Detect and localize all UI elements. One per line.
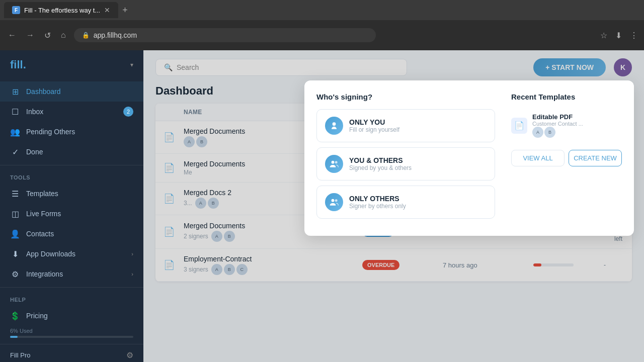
only-you-option[interactable]: ONLY YOU Fill or sign yourself (316, 109, 495, 142)
sidebar-label-integrations: Integrations (26, 270, 63, 278)
recent-templates-title: Recent Templates (511, 93, 622, 101)
browser-tab[interactable]: F Fill - The effortless way t... ✕ (4, 2, 118, 18)
only-you-sub: Fill or sign yourself (349, 126, 399, 133)
live-forms-icon: ◫ (10, 209, 20, 219)
help-section-label: HELP (0, 291, 143, 306)
whos-signing-title: Who's signing? (316, 93, 495, 101)
sidebar: fill. ▾ ⊞ Dashboard ☐ Inbox 2 👥 Pending … (0, 50, 143, 362)
sidebar-label-live-forms: Live Forms (26, 210, 61, 218)
create-new-button[interactable]: CREATE NEW (569, 150, 622, 166)
integrations-chevron-icon: › (131, 271, 133, 277)
only-others-title: ONLY OTHERS (349, 195, 406, 203)
template-actions: VIEW ALL CREATE NEW (511, 150, 622, 166)
sidebar-item-contacts[interactable]: 👤 Contacts (0, 224, 143, 244)
new-tab-button[interactable]: + (122, 5, 128, 16)
svg-point-0 (333, 122, 336, 126)
storage-fill (10, 336, 18, 338)
view-all-button[interactable]: VIEW ALL (511, 150, 565, 166)
storage-text: 6% Used (10, 328, 133, 334)
tab-title: Fill - The effortless way t... (24, 7, 100, 14)
you-and-others-option[interactable]: YOU & OTHERS Signed by you & others (316, 147, 495, 180)
sidebar-item-dashboard[interactable]: ⊞ Dashboard (0, 81, 143, 102)
sidebar-label-dashboard: Dashboard (26, 87, 61, 96)
sidebar-item-app-downloads[interactable]: ⬇ App Downloads › (0, 244, 143, 264)
template-name: Editable PDF (532, 113, 583, 121)
refresh-button[interactable]: ↺ (42, 29, 53, 42)
main-content: 🔍 Search + START NOW K Dashboard Name St… (143, 50, 644, 362)
svg-point-2 (335, 161, 338, 163)
sidebar-label-pricing: Pricing (26, 312, 48, 320)
download-icon[interactable]: ⬇ (615, 31, 622, 40)
sidebar-item-integrations[interactable]: ⚙ Integrations › (0, 264, 143, 284)
you-and-others-title: YOU & OTHERS (349, 156, 412, 164)
svg-point-1 (332, 161, 335, 164)
only-you-icon (325, 117, 343, 135)
storage-bar (10, 336, 133, 338)
forward-button[interactable]: → (24, 29, 36, 42)
app-downloads-icon: ⬇ (10, 249, 20, 259)
sidebar-item-pricing[interactable]: 💲 Pricing (0, 306, 143, 326)
you-and-others-sub: Signed by you & others (349, 164, 412, 171)
you-and-others-text: YOU & OTHERS Signed by you & others (349, 156, 412, 171)
only-you-text: ONLY YOU Fill or sign yourself (349, 118, 399, 133)
only-others-icon (325, 193, 343, 211)
menu-icon[interactable]: ⋮ (630, 31, 638, 40)
home-button[interactable]: ⌂ (59, 29, 68, 42)
done-icon: ✓ (10, 147, 20, 157)
sidebar-bottom: Fill Pro ⚙ (0, 344, 143, 362)
templates-icon: ☰ (10, 189, 20, 199)
storage-indicator: 6% Used (0, 328, 143, 344)
sidebar-label-templates: Templates (26, 190, 58, 198)
signing-options-section: Who's signing? ONLY YOU Fill or sign you… (316, 93, 495, 224)
you-and-others-icon (325, 155, 343, 173)
only-others-option[interactable]: ONLY OTHERS Signer by others only (316, 186, 495, 219)
dashboard-icon: ⊞ (10, 86, 20, 97)
lock-icon: 🔒 (82, 32, 90, 39)
svg-point-4 (335, 199, 338, 202)
tab-favicon: F (12, 6, 20, 14)
bookmark-icon[interactable]: ☆ (600, 31, 607, 40)
template-info: Editable PDF Customer Contact ... A B (532, 113, 583, 138)
template-sub: Customer Contact ... (532, 121, 583, 127)
app-logo: fill. (10, 58, 26, 71)
back-button[interactable]: ← (6, 29, 18, 42)
sidebar-label-pending-others: Pending Others (26, 128, 75, 136)
sidebar-item-inbox[interactable]: ☐ Inbox 2 (0, 102, 143, 122)
template-avatar: A (532, 127, 543, 138)
sidebar-label-done: Done (26, 148, 43, 156)
template-avatar: B (544, 127, 555, 138)
sidebar-item-done[interactable]: ✓ Done (0, 142, 143, 162)
only-others-text: ONLY OTHERS Signer by others only (349, 195, 406, 210)
inbox-badge: 2 (123, 107, 133, 117)
logo-chevron-icon[interactable]: ▾ (130, 61, 133, 68)
template-icon: 📄 (511, 118, 527, 134)
whos-signing-modal: Who's signing? ONLY YOU Fill or sign you… (304, 80, 634, 236)
pending-others-icon: 👥 (10, 127, 20, 137)
sidebar-label-inbox: Inbox (26, 108, 43, 116)
settings-gear-icon[interactable]: ⚙ (126, 350, 133, 360)
sidebar-item-templates[interactable]: ☰ Templates (0, 184, 143, 204)
sidebar-item-live-forms[interactable]: ◫ Live Forms (0, 204, 143, 224)
sidebar-item-pending-others[interactable]: 👥 Pending Others (0, 122, 143, 142)
contacts-icon: 👤 (10, 229, 20, 239)
integrations-icon: ⚙ (10, 269, 20, 279)
sidebar-label-app-downloads: App Downloads (26, 250, 75, 258)
template-avatars: A B (532, 127, 583, 138)
fill-pro-label: Fill Pro (10, 351, 30, 359)
only-others-sub: Signer by others only (349, 203, 406, 210)
address-bar[interactable]: 🔒 app.fillhq.com (74, 28, 376, 42)
svg-point-3 (332, 199, 335, 202)
sidebar-label-contacts: Contacts (26, 230, 54, 238)
recent-templates-section: Recent Templates 📄 Editable PDF Customer… (511, 93, 622, 224)
pricing-icon: 💲 (10, 311, 20, 321)
address-text: app.fillhq.com (94, 31, 137, 39)
app-downloads-chevron-icon: › (131, 251, 133, 257)
tools-section-label: TOOLS (0, 168, 143, 184)
tab-close-button[interactable]: ✕ (104, 6, 110, 14)
template-item[interactable]: 📄 Editable PDF Customer Contact ... A B (511, 109, 622, 142)
sidebar-logo-area: fill. ▾ (0, 50, 143, 79)
sidebar-nav: ⊞ Dashboard ☐ Inbox 2 👥 Pending Others ✓… (0, 79, 143, 328)
inbox-icon: ☐ (10, 107, 20, 117)
only-you-title: ONLY YOU (349, 118, 399, 126)
